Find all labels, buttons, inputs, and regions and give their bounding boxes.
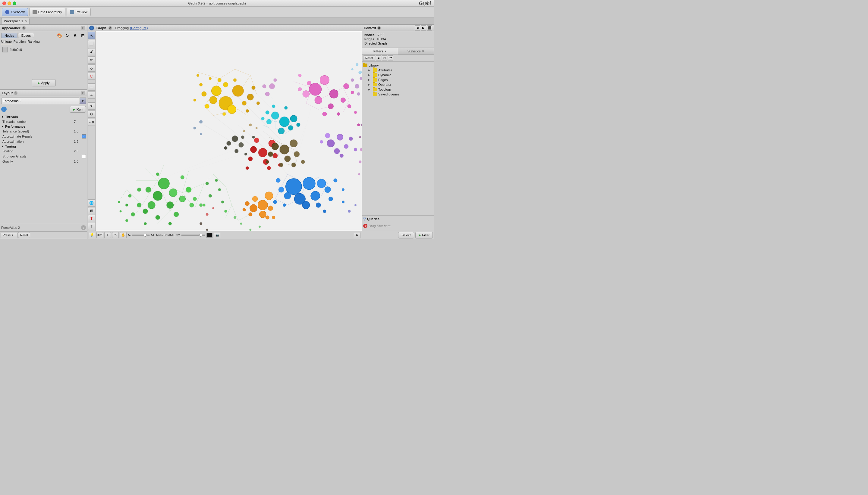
approx-repuls-checkbox[interactable] bbox=[82, 134, 86, 138]
graph-canvas[interactable] bbox=[96, 31, 362, 231]
edges-folder-icon bbox=[373, 78, 377, 82]
threads-number-value: 7 bbox=[74, 120, 86, 123]
select-button[interactable]: Select bbox=[398, 232, 414, 238]
plane-button[interactable]: ✈ bbox=[88, 102, 95, 109]
right-slider[interactable] bbox=[181, 235, 205, 236]
presets-button[interactable]: Presets... bbox=[1, 232, 17, 238]
move-tool-bottom-button[interactable]: ✋ bbox=[120, 232, 127, 238]
library-topology-item[interactable]: ▶ Topology bbox=[368, 87, 433, 92]
context-forward-button[interactable]: ▶ bbox=[421, 25, 426, 31]
svg-point-121 bbox=[347, 104, 351, 108]
color-icon-button[interactable]: 🎨 bbox=[56, 33, 62, 38]
svg-point-241 bbox=[359, 71, 362, 74]
help-icon[interactable]: ? bbox=[81, 225, 86, 230]
filters-tab[interactable]: Filters ● bbox=[362, 48, 398, 54]
info-icon[interactable]: i bbox=[1, 107, 6, 112]
svg-point-111 bbox=[309, 83, 322, 96]
cursor-button[interactable]: ↙⊞ bbox=[88, 119, 95, 126]
gear-button[interactable]: ⚙ bbox=[88, 110, 95, 118]
svg-point-206 bbox=[273, 153, 278, 158]
filter-icon-btn-2[interactable]: □ bbox=[382, 55, 387, 61]
library-saved-queries-item[interactable]: Saved queries bbox=[368, 92, 433, 97]
eraser-button[interactable]: — bbox=[88, 83, 95, 91]
text-icon-button[interactable]: A bbox=[72, 33, 78, 38]
screenshot-button[interactable]: 📷 bbox=[214, 232, 220, 238]
tuning-arrow-icon: ▼ bbox=[1, 145, 4, 148]
context-expand-button[interactable]: ⬛ bbox=[427, 25, 432, 31]
performance-section-header[interactable]: ▼ Performance bbox=[1, 124, 86, 129]
magnifier-button[interactable]: ⊞▼ bbox=[96, 232, 103, 238]
select-tool-button[interactable]: ↖ bbox=[88, 32, 95, 39]
preview-icon bbox=[70, 10, 74, 14]
layout-close-button[interactable]: ✕ bbox=[14, 91, 17, 95]
diamond-button[interactable]: ◇ bbox=[88, 65, 95, 72]
filter-stat-tabs: Filters ● Statistics ✕ bbox=[362, 48, 434, 55]
library-edges-item[interactable]: ▶ Edges bbox=[368, 78, 433, 82]
layout-minimize-button[interactable]: □ bbox=[81, 91, 85, 95]
stronger-gravity-checkbox[interactable] bbox=[82, 154, 86, 158]
paint-button[interactable]: 🖌 bbox=[88, 48, 95, 55]
pencil-button[interactable]: ✏ bbox=[88, 56, 95, 64]
workspace-tab[interactable]: Workspace 1 ✕ bbox=[1, 18, 30, 24]
settings-bottom-button[interactable]: ⚙ bbox=[354, 232, 360, 238]
left-slider[interactable] bbox=[132, 235, 150, 236]
run-button[interactable]: ▶ Run bbox=[70, 106, 86, 113]
text-tool2-button[interactable]: T bbox=[88, 223, 95, 230]
preview-button[interactable]: Preview bbox=[67, 8, 91, 16]
layout-dropdown-arrow[interactable]: ▼ bbox=[80, 98, 86, 104]
filter-icon-btn-1[interactable]: ■ bbox=[376, 55, 381, 61]
ranking-tab[interactable]: Ranking bbox=[28, 40, 39, 44]
svg-point-203 bbox=[250, 146, 257, 153]
pencil2-button[interactable]: ✏ bbox=[88, 91, 95, 99]
layout-algorithm-select[interactable]: ForceAtlas 2 bbox=[1, 98, 80, 104]
appearance-panel: Appearance ✕ □ Nodes Edges 🎨 ↻ A bbox=[0, 25, 87, 90]
nodes-tab[interactable]: Nodes bbox=[1, 33, 17, 38]
svg-point-194 bbox=[218, 188, 220, 191]
grid-button[interactable]: ⊞ bbox=[88, 207, 95, 215]
globe-button[interactable]: 🌐 bbox=[88, 199, 95, 207]
library-operator-item[interactable]: ▶ Operator bbox=[368, 82, 433, 87]
info-run-row: i ▶ Run bbox=[1, 106, 86, 113]
rect-select-button[interactable]: ⬜ bbox=[88, 40, 95, 47]
refresh-icon-button[interactable]: ↻ bbox=[64, 33, 70, 38]
minimize-button[interactable] bbox=[7, 1, 11, 5]
library-header-item[interactable]: Library bbox=[363, 63, 433, 68]
tuning-section-header[interactable]: ▼ Tuning bbox=[1, 144, 86, 149]
context-back-button[interactable]: ◀ bbox=[415, 25, 420, 31]
configure-link[interactable]: (Configure) bbox=[130, 26, 148, 30]
workspace-close-icon[interactable]: ✕ bbox=[24, 19, 27, 22]
edges-tab[interactable]: Edges bbox=[18, 33, 34, 38]
reset-layout-button[interactable]: Reset bbox=[18, 232, 30, 238]
apply-area: ▶ Apply bbox=[1, 79, 86, 86]
size-icon-button[interactable]: ⊞ bbox=[80, 33, 86, 38]
maximize-button[interactable] bbox=[13, 1, 16, 5]
nodes-label: Nodes: bbox=[364, 33, 376, 37]
appearance-minimize-button[interactable]: □ bbox=[81, 26, 85, 30]
appearance-close-button[interactable]: ✕ bbox=[22, 26, 26, 30]
overview-button[interactable]: Overview bbox=[2, 8, 28, 16]
statistics-tab[interactable]: Statistics ✕ bbox=[398, 48, 434, 54]
color-fill-button[interactable]: ⬡ bbox=[88, 72, 95, 80]
context-close-button[interactable]: ✕ bbox=[377, 26, 381, 30]
color-picker[interactable] bbox=[207, 233, 212, 238]
apply-button[interactable]: ▶ Apply bbox=[32, 79, 56, 86]
context-info: Nodes: 6082 Edges: 10134 Directed Graph bbox=[362, 31, 434, 48]
select-tool-bottom-button[interactable]: ↖ bbox=[112, 232, 119, 238]
close-button[interactable] bbox=[2, 1, 6, 5]
color-swatch[interactable] bbox=[2, 47, 8, 52]
partition-tab[interactable]: Partition bbox=[14, 40, 26, 44]
library-dynamic-item[interactable]: ▶ Dynamic bbox=[368, 72, 433, 78]
filter-icon-btn-3[interactable]: ⇄ bbox=[388, 55, 393, 61]
library-attributes-item[interactable]: ▶ Attributes bbox=[368, 68, 433, 72]
graph-close-button[interactable]: ✕ bbox=[109, 26, 112, 30]
filter-button[interactable]: ▶ Filter bbox=[415, 232, 433, 238]
unique-tab[interactable]: Unique bbox=[1, 40, 12, 44]
svg-point-234 bbox=[355, 84, 359, 88]
data-laboratory-button[interactable]: Data Laboratory bbox=[29, 8, 65, 16]
text-tool-bottom-button[interactable]: T bbox=[104, 232, 111, 238]
bulb-tool-button[interactable]: 💡 bbox=[88, 232, 95, 238]
window-controls[interactable] bbox=[2, 1, 16, 5]
threads-section-header[interactable]: ▼ Threads bbox=[1, 115, 86, 119]
text-tool-button[interactable]: T bbox=[88, 215, 95, 222]
filter-reset-button[interactable]: Reset bbox=[363, 55, 375, 61]
